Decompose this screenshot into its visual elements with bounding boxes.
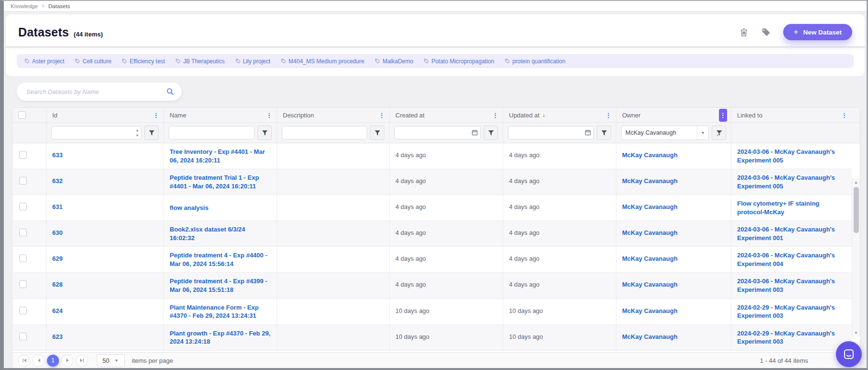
dataset-name-link[interactable]: Plant Maintenance Form - Exp #4370 - Feb…: [163, 299, 277, 324]
owner-clear-filter-button[interactable]: [712, 126, 726, 140]
dataset-name-link[interactable]: Peptide treatment 4 - Exp #4399 - Mar 06…: [163, 273, 277, 298]
tag-chip[interactable]: Cell culture: [75, 58, 111, 65]
row-checkbox[interactable]: [19, 307, 27, 314]
row-checkbox[interactable]: [19, 177, 27, 185]
dataset-id-link[interactable]: 633: [46, 143, 163, 169]
search-input[interactable]: [26, 88, 166, 95]
dataset-linked-to-link[interactable]: Flow cytometry+ IF staining protocol-McK…: [731, 195, 852, 220]
column-header-name[interactable]: Name ⋮: [163, 108, 277, 122]
select-all-checkbox[interactable]: [18, 111, 26, 119]
dataset-owner-link[interactable]: McKay Cavanaugh: [616, 143, 731, 169]
dataset-name-link[interactable]: flow analysis: [163, 195, 277, 220]
chat-launcher-button[interactable]: [836, 341, 862, 367]
column-header-id[interactable]: Id ⋮: [46, 108, 163, 122]
dataset-linked-to-link[interactable]: 2024-02-29 - McKay Cavanaugh's Experimen…: [731, 299, 852, 324]
tag-chip[interactable]: JB Therapeutics: [175, 58, 225, 65]
tag-icon[interactable]: [761, 27, 771, 37]
name-filter-input[interactable]: [169, 126, 255, 139]
dataset-name-link[interactable]: Book2.xlsx dataset 6/3/24 16:02:32: [163, 221, 277, 246]
scroll-down-icon[interactable]: ▼: [854, 329, 858, 336]
column-menu-icon[interactable]: ⋮: [492, 112, 499, 118]
tag-chip[interactable]: Aster project: [24, 58, 64, 65]
dataset-id-link[interactable]: 628: [46, 273, 163, 298]
dataset-linked-to-link[interactable]: 2024-03-06 - McKay Cavanaugh's Experimen…: [731, 221, 852, 246]
dataset-owner-link[interactable]: McKay Cavanaugh: [616, 221, 731, 246]
search-icon[interactable]: [166, 88, 174, 95]
row-checkbox[interactable]: [19, 203, 27, 210]
dataset-owner-link[interactable]: McKay Cavanaugh: [616, 325, 731, 350]
new-dataset-button[interactable]: + New Dataset: [783, 24, 852, 40]
dataset-owner-link[interactable]: McKay Cavanaugh: [616, 273, 731, 298]
description-filter-input[interactable]: [282, 126, 367, 139]
calendar-icon[interactable]: [585, 129, 591, 136]
dataset-name-link[interactable]: Tree Inventory - Exp #4401 - Mar 06, 202…: [163, 143, 277, 169]
scroll-up-icon[interactable]: ▲: [854, 178, 858, 186]
column-header-owner[interactable]: Owner ⋮: [616, 108, 731, 122]
dataset-id-link[interactable]: 630: [46, 221, 163, 246]
chevron-down-icon[interactable]: ▼: [697, 126, 708, 139]
tag-chip[interactable]: Lily project: [235, 58, 270, 65]
dataset-linked-to-link[interactable]: 2024-03-06 - McKay Cavanaugh's Experimen…: [731, 169, 852, 195]
column-menu-icon[interactable]: ⋮: [841, 112, 848, 118]
description-filter-button[interactable]: [370, 126, 384, 140]
trash-icon[interactable]: [739, 27, 749, 37]
dataset-linked-to-link[interactable]: 2024-02-29 - McKay Cavanaugh's Experimen…: [731, 325, 852, 350]
dataset-owner-link[interactable]: McKay Cavanaugh: [616, 299, 731, 324]
dataset-name-link[interactable]: Plant Maintenance Form - Exp #4369: [163, 351, 277, 352]
column-menu-icon-active[interactable]: ⋮: [719, 109, 727, 122]
dataset-linked-to-link[interactable]: 2024-03-06 - McKay Cavanaugh's Experimen…: [731, 247, 852, 272]
last-page-button[interactable]: [76, 355, 88, 367]
scrollbar-thumb[interactable]: [854, 187, 859, 233]
name-filter-button[interactable]: [257, 126, 272, 140]
id-filter-input[interactable]: [51, 126, 141, 139]
tag-chip[interactable]: Potato Micropropagation: [424, 58, 494, 65]
updated-at-filter-button[interactable]: [597, 126, 611, 140]
column-header-created-at[interactable]: Created at ⋮: [389, 108, 503, 122]
calendar-icon[interactable]: [472, 129, 478, 136]
numeric-stepper[interactable]: ▲▼: [136, 127, 139, 138]
row-checkbox[interactable]: [19, 280, 27, 288]
column-header-updated-at[interactable]: Updated at ↓ ⋮: [503, 108, 616, 122]
tag-chip[interactable]: protein quantification: [505, 58, 566, 65]
dataset-id-link[interactable]: 631: [46, 195, 163, 220]
dataset-name-link[interactable]: Peptide treatment 4 - Exp #4400 - Mar 06…: [163, 247, 277, 272]
column-menu-icon[interactable]: ⋮: [605, 112, 612, 118]
dataset-owner-link[interactable]: McKay Cavanaugh: [616, 195, 731, 220]
dataset-name-link[interactable]: Peptide treatment Trial 1 - Exp #4401 - …: [163, 169, 277, 195]
id-filter-button[interactable]: [144, 126, 159, 140]
row-checkbox[interactable]: [19, 151, 27, 159]
tag-chip[interactable]: M404_MS Medium procedure: [281, 58, 364, 65]
next-page-button[interactable]: [61, 355, 73, 367]
vertical-scrollbar[interactable]: ▲ ▼: [852, 178, 860, 336]
dataset-id-link[interactable]: 629: [46, 247, 163, 272]
dataset-linked-to-link[interactable]: 2024-03-06 - McKay Cavanaugh's Experimen…: [731, 143, 852, 169]
dataset-owner-link[interactable]: McKay Cavanaugh: [616, 169, 731, 195]
dataset-id-link[interactable]: 623: [46, 325, 163, 350]
dataset-owner-link[interactable]: McKay Cavanaugh: [616, 351, 731, 352]
created-at-filter-button[interactable]: [484, 126, 498, 140]
tag-chip[interactable]: Efficiency test: [122, 58, 165, 65]
row-checkbox[interactable]: [19, 229, 27, 236]
first-page-button[interactable]: [18, 355, 30, 367]
page-1-button[interactable]: 1: [47, 355, 59, 367]
page-size-select[interactable]: 50 ▼: [97, 354, 125, 367]
dataset-linked-to-link[interactable]: 2024-02-29 - McKay Cavanaugh's: [731, 351, 852, 352]
column-header-linked-to[interactable]: Linked to ⋮: [731, 108, 852, 122]
dataset-linked-to-link[interactable]: 2024-03-06 - McKay Cavanaugh's Experimen…: [731, 273, 852, 298]
row-checkbox[interactable]: [19, 333, 27, 340]
dataset-name-link[interactable]: Plant growth - Exp #4370 - Feb 29, 2024 …: [163, 325, 277, 350]
breadcrumb-datasets[interactable]: Datasets: [48, 3, 70, 9]
column-menu-icon[interactable]: ⋮: [153, 112, 160, 118]
updated-at-filter-input[interactable]: [508, 126, 594, 139]
prev-page-button[interactable]: [33, 355, 45, 367]
dataset-id-link[interactable]: 622: [46, 351, 163, 352]
dataset-id-link[interactable]: 632: [46, 169, 163, 195]
column-header-description[interactable]: Description ⋮: [277, 108, 389, 122]
tag-chip[interactable]: MalkaDemo: [375, 58, 413, 65]
row-checkbox[interactable]: [19, 254, 27, 262]
created-at-filter-input[interactable]: [394, 126, 481, 139]
dataset-id-link[interactable]: 624: [46, 299, 163, 324]
breadcrumb-knowledge[interactable]: Knowledge: [11, 3, 38, 9]
dataset-owner-link[interactable]: McKay Cavanaugh: [616, 247, 731, 272]
column-menu-icon[interactable]: ⋮: [266, 112, 273, 118]
